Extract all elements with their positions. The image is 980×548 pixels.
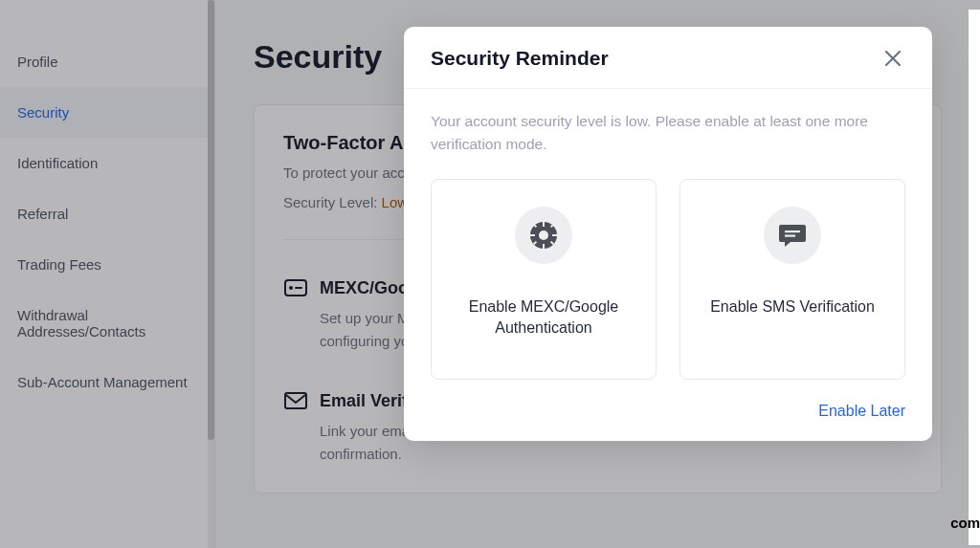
option-sms-verification[interactable]: Enable SMS Verification xyxy=(679,179,905,380)
svg-rect-11 xyxy=(552,234,557,236)
authenticator-icon xyxy=(515,207,572,264)
close-icon xyxy=(884,50,902,67)
modal-hint: Your account security level is low. Plea… xyxy=(431,110,905,156)
option-sms-label: Enable SMS Verification xyxy=(710,296,875,318)
enable-later-link[interactable]: Enable Later xyxy=(818,403,905,420)
svg-rect-8 xyxy=(543,222,545,227)
svg-rect-17 xyxy=(785,235,795,237)
svg-rect-9 xyxy=(543,244,545,249)
right-edge-strip xyxy=(969,10,980,545)
partial-text-com: com xyxy=(950,515,980,531)
sms-icon xyxy=(764,207,821,264)
svg-rect-16 xyxy=(785,230,800,232)
modal-title: Security Reminder xyxy=(431,47,609,70)
option-google-label: Enable MEXC/Google Authentication xyxy=(449,296,638,340)
security-reminder-modal: Security Reminder Your account security … xyxy=(404,27,932,441)
svg-rect-10 xyxy=(530,234,535,236)
svg-point-7 xyxy=(539,230,548,240)
close-button[interactable] xyxy=(880,46,905,71)
option-google-auth[interactable]: Enable MEXC/Google Authentication xyxy=(431,179,657,380)
